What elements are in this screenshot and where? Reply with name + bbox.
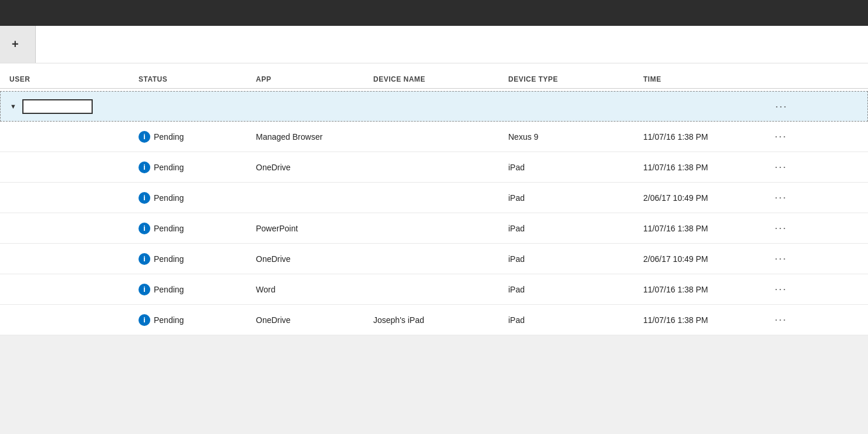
info-icon: i: [139, 162, 150, 173]
cell-actions: ···: [772, 221, 808, 235]
info-icon: i: [139, 223, 150, 234]
col-header-status: STATUS: [139, 75, 256, 83]
table-header: USER STATUS APP DEVICE NAME DEVICE TYPE …: [0, 75, 868, 89]
cell-actions: ···: [772, 129, 808, 144]
table-row[interactable]: i Pending Managed Browser Nexus 9 11/07/…: [0, 122, 868, 152]
new-wipe-request-button[interactable]: +: [0, 26, 36, 63]
toolbar: +: [0, 26, 868, 63]
cell-time: 11/07/16 1:38 PM: [643, 224, 772, 233]
cell-time: 2/06/17 10:49 PM: [643, 193, 772, 203]
info-icon: i: [139, 192, 150, 204]
more-button[interactable]: ···: [772, 221, 789, 235]
status-text: Pending: [154, 224, 184, 233]
cell-device-type: iPad: [508, 285, 643, 294]
cell-status: i Pending: [139, 131, 256, 143]
cell-status: i Pending: [139, 162, 256, 173]
cell-status: i Pending: [139, 314, 256, 326]
table-row-selected[interactable]: ▼ ···: [0, 91, 868, 122]
cell-device-name: Joseph's iPad: [373, 315, 508, 325]
col-header-actions: [772, 75, 808, 83]
more-button[interactable]: ···: [772, 251, 789, 266]
table-row[interactable]: i Pending OneDrive iPad 2/06/17 10:49 PM…: [0, 244, 868, 274]
cell-app: Word: [256, 285, 373, 294]
cell-actions: ···: [772, 160, 808, 174]
cell-actions: ···: [772, 312, 808, 327]
cell-app: PowerPoint: [256, 224, 373, 233]
status-text: Pending: [154, 315, 184, 325]
cell-actions: ···: [772, 251, 808, 266]
cell-status: i Pending: [139, 284, 256, 295]
cell-time: 2/06/17 10:49 PM: [643, 254, 772, 264]
more-button[interactable]: ···: [772, 312, 789, 327]
cell-time: 11/07/16 1:38 PM: [643, 285, 772, 294]
info-icon: i: [139, 131, 150, 143]
table-row[interactable]: i Pending iPad 2/06/17 10:49 PM ···: [0, 183, 868, 213]
selected-row-actions-cell: ···: [773, 99, 808, 114]
info-icon: i: [139, 314, 150, 326]
cell-status: i Pending: [139, 192, 256, 204]
col-header-user: USER: [9, 75, 139, 83]
cell-app: Managed Browser: [256, 132, 373, 142]
info-icon: i: [139, 253, 150, 265]
cell-time: 11/07/16 1:38 PM: [643, 132, 772, 142]
status-text: Pending: [154, 163, 184, 172]
cell-device-type: iPad: [508, 315, 643, 325]
status-text: Pending: [154, 193, 184, 203]
more-button[interactable]: ···: [772, 160, 789, 174]
status-text: Pending: [154, 254, 184, 264]
col-header-time: TIME: [643, 75, 772, 83]
more-button[interactable]: ···: [772, 190, 789, 205]
table-row[interactable]: i Pending OneDrive iPad 11/07/16 1:38 PM…: [0, 152, 868, 183]
cell-device-type: iPad: [508, 254, 643, 264]
cell-actions: ···: [772, 190, 808, 205]
title-bar: [0, 0, 868, 26]
cell-status: i Pending: [139, 253, 256, 265]
content-area: USER STATUS APP DEVICE NAME DEVICE TYPE …: [0, 63, 868, 335]
more-button[interactable]: ···: [772, 129, 789, 144]
col-header-app: APP: [256, 75, 373, 83]
selected-row-user-cell: ▼: [10, 99, 139, 114]
status-text: Pending: [154, 132, 184, 142]
info-icon: i: [139, 284, 150, 295]
more-button[interactable]: ···: [772, 282, 789, 297]
table-row[interactable]: i Pending PowerPoint iPad 11/07/16 1:38 …: [0, 213, 868, 244]
cell-app: OneDrive: [256, 315, 373, 325]
dropdown-arrow-icon[interactable]: ▼: [10, 103, 16, 110]
data-rows-container: i Pending Managed Browser Nexus 9 11/07/…: [0, 122, 868, 335]
cell-time: 11/07/16 1:38 PM: [643, 315, 772, 325]
cell-device-type: Nexus 9: [508, 132, 643, 142]
cell-actions: ···: [772, 282, 808, 297]
cell-device-type: iPad: [508, 163, 643, 172]
col-header-device-type: DEVICE TYPE: [508, 75, 643, 83]
selected-row-more-button[interactable]: ···: [773, 99, 790, 114]
plus-icon: +: [12, 38, 19, 51]
table-row[interactable]: i Pending OneDrive Joseph's iPad iPad 11…: [0, 305, 868, 335]
status-text: Pending: [154, 285, 184, 294]
table-body: ▼ ··· i Pending Managed Browser Nexus 9 …: [0, 91, 868, 335]
cell-app: OneDrive: [256, 163, 373, 172]
table-row[interactable]: i Pending Word iPad 11/07/16 1:38 PM ···: [0, 274, 868, 305]
cell-device-type: iPad: [508, 224, 643, 233]
cell-device-type: iPad: [508, 193, 643, 203]
cell-status: i Pending: [139, 223, 256, 234]
col-header-device-name: DEVICE NAME: [373, 75, 508, 83]
cell-app: OneDrive: [256, 254, 373, 264]
cell-time: 11/07/16 1:38 PM: [643, 163, 772, 172]
user-input[interactable]: [22, 99, 93, 114]
